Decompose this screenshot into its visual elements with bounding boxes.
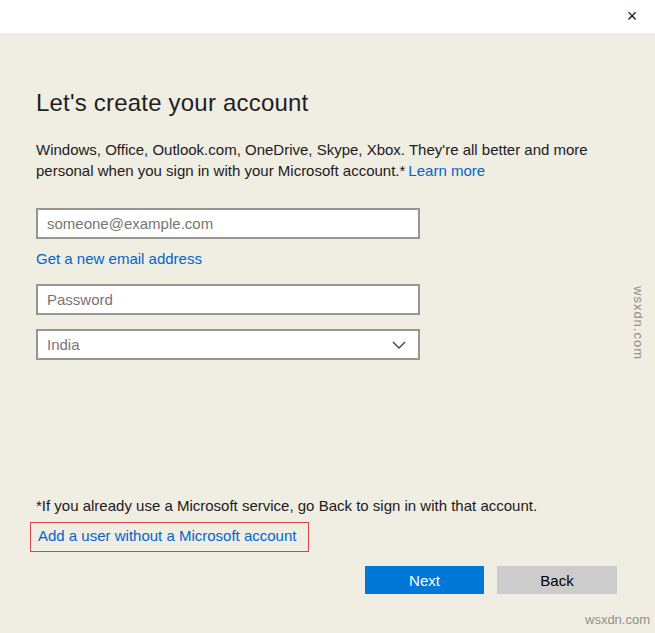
local-account-link[interactable]: Add a user without a Microsoft account xyxy=(38,527,296,544)
description-text: Windows, Office, Outlook.com, OneDrive, … xyxy=(36,139,602,181)
new-email-link[interactable]: Get a new email address xyxy=(36,250,202,267)
titlebar: × xyxy=(0,0,655,33)
learn-more-link[interactable]: Learn more xyxy=(408,162,485,179)
email-input[interactable] xyxy=(36,208,420,239)
next-button[interactable]: Next xyxy=(365,566,484,594)
description-body: Windows, Office, Outlook.com, OneDrive, … xyxy=(36,141,588,179)
close-button[interactable]: × xyxy=(617,3,647,29)
annotation-box: Add a user without a Microsoft account xyxy=(30,522,309,552)
watermark-bottom: wsxdn.com xyxy=(585,612,650,627)
chevron-down-icon xyxy=(392,341,406,349)
country-value: India xyxy=(47,336,392,353)
back-button[interactable]: Back xyxy=(497,566,617,594)
create-account-dialog: × Let's create your account Windows, Off… xyxy=(0,0,655,633)
close-icon: × xyxy=(627,6,638,26)
country-select[interactable]: India xyxy=(36,329,420,360)
password-input[interactable] xyxy=(36,284,420,315)
page-title: Let's create your account xyxy=(36,89,308,117)
footnote-text: *If you already use a Microsoft service,… xyxy=(36,497,616,514)
watermark-side: wsxdn.com xyxy=(631,286,646,360)
